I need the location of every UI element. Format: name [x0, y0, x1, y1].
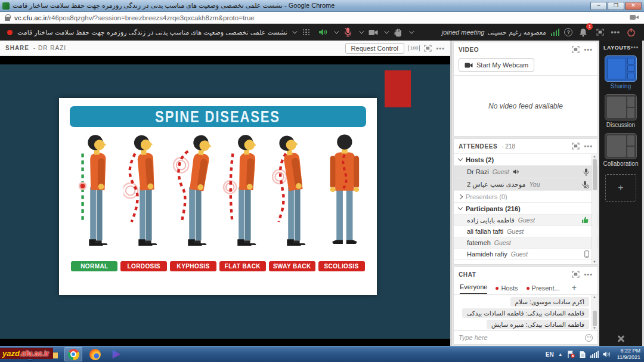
- webcam-chevron-icon[interactable]: [384, 29, 389, 33]
- video-pod-title: VIDEO: [459, 47, 479, 53]
- media-player-taskbar-icon[interactable]: [107, 347, 125, 361]
- figure-lordosis: [123, 132, 164, 255]
- bell-badge: 1: [586, 23, 593, 30]
- microphone-muted-icon[interactable]: [342, 26, 354, 38]
- document-tray-icon[interactable]: [579, 351, 586, 358]
- speaker-chevron-icon[interactable]: [334, 29, 339, 33]
- attendee-row-dr-razi[interactable]: Dr Razi Guest: [454, 166, 597, 178]
- chevron-down-icon[interactable]: [292, 29, 297, 33]
- figure-normal: [74, 132, 114, 255]
- attendees-pod-menu-icon[interactable]: •••: [584, 143, 593, 150]
- url-path: /r46pos8qzghv/?session=breezbreezs4zrqe3…: [47, 14, 630, 21]
- hosts-collapse-icon[interactable]: [458, 156, 463, 161]
- start-webcam-button[interactable]: Start My Webcam: [459, 58, 534, 72]
- figure-scoliosis: [321, 132, 362, 255]
- attendees-scrollbar[interactable]: ▲▼: [592, 154, 597, 264]
- chat-pod-title: CHAT: [459, 271, 476, 278]
- share-fullscreen-icon[interactable]: [424, 45, 432, 52]
- add-chat-tab-button[interactable]: +: [572, 283, 577, 294]
- share-pod: SHARE - DR RAZI Request Control 100 ••• …: [0, 41, 452, 346]
- camera-permission-icon[interactable]: [630, 14, 639, 21]
- label-kyphosis: KYPHOSIS: [170, 261, 216, 271]
- fullscreen-icon[interactable]: [594, 26, 606, 38]
- raise-hand-icon[interactable]: [392, 26, 404, 38]
- attendee-row-you[interactable]: موحدی نسب عباس 2 You: [454, 178, 597, 191]
- leave-meeting-icon[interactable]: [625, 26, 637, 38]
- webcam-icon[interactable]: [367, 26, 379, 38]
- clock[interactable]: 8:22 PM11/9/2021: [615, 348, 640, 361]
- speaker-icon[interactable]: [317, 26, 329, 38]
- participant-row-1[interactable]: فاطمه بابایی زاده Guest: [454, 215, 597, 226]
- attendees-pod-title: ATTENDEES: [459, 143, 497, 150]
- hosts-group-row[interactable]: Hosts (2): [454, 154, 597, 166]
- mic-muted-icon[interactable]: [582, 181, 589, 188]
- layout-sharing-thumbnail[interactable]: [605, 56, 636, 81]
- share-pod-menu-icon[interactable]: •••: [436, 45, 445, 52]
- tab-hosts[interactable]: Hosts: [496, 284, 518, 294]
- layout-discussion-thumbnail[interactable]: [605, 95, 636, 120]
- help-icon[interactable]: ?: [564, 28, 572, 36]
- chat-message: فاطمه السادات بیدکی: فاطمه السادات بیدکی: [462, 308, 589, 318]
- connection-signal-icon[interactable]: [551, 29, 560, 36]
- minimize-button[interactable]: –: [590, 2, 607, 10]
- video-pod: VIDEO ••• Start My Webcam No video feed …: [453, 42, 598, 137]
- system-tray: EN ▲ 8:22 PM11/9/2021: [546, 348, 644, 361]
- manage-layouts-tools-icon[interactable]: [616, 334, 626, 344]
- layouts-menu-icon[interactable]: •••: [631, 44, 639, 51]
- more-options-icon[interactable]: •••: [611, 28, 620, 36]
- layout-sharing-label[interactable]: Sharing: [611, 83, 631, 89]
- restore-button[interactable]: ❐: [608, 2, 624, 10]
- secure-lock-icon[interactable]: [5, 14, 10, 21]
- language-indicator[interactable]: EN: [546, 351, 554, 358]
- address-bar[interactable]: vc.cfu.ac.ir /r46pos8qzghv/?session=bree…: [0, 12, 644, 24]
- raise-hand-chevron-icon[interactable]: [409, 29, 414, 33]
- tab-everyone[interactable]: Everyone: [460, 283, 487, 294]
- windows-taskbar: yazd.cfu.ac.ir EN ▲ 8:22 PM11/9/2021: [0, 346, 644, 362]
- microphone-chevron-icon[interactable]: [359, 29, 364, 33]
- layout-collaboration-label[interactable]: Collaboration: [603, 160, 639, 167]
- firefox-taskbar-icon[interactable]: [86, 347, 104, 361]
- zoom-level-indicator[interactable]: 100: [408, 45, 420, 51]
- thumbs-up-icon: [581, 216, 589, 224]
- presenters-group-row[interactable]: Presenters (0): [454, 191, 597, 203]
- tab-presenters[interactable]: Present...: [527, 284, 560, 294]
- adobe-connect-favicon: [2, 2, 10, 10]
- action-center-flag-icon[interactable]: [567, 350, 575, 358]
- layout-discussion-label[interactable]: Discussion: [606, 122, 635, 128]
- url-domain: vc.cfu.ac.ir: [14, 14, 47, 21]
- emoticon-icon[interactable]: [585, 334, 593, 342]
- volume-icon[interactable]: [603, 351, 611, 358]
- label-flatback: FLAT BACK: [219, 261, 266, 271]
- notifications-bell-icon[interactable]: 1: [577, 26, 589, 38]
- show-hidden-icons[interactable]: ▲: [558, 352, 563, 357]
- poster-title: SPINE DISEASES: [156, 107, 281, 126]
- chrome-taskbar-icon[interactable]: [64, 347, 82, 361]
- pods-menu-icon[interactable]: [301, 26, 312, 38]
- video-fullscreen-icon[interactable]: [572, 46, 580, 53]
- participant-row-2[interactable]: ali fallah tafti Guest: [454, 226, 597, 237]
- layout-collaboration-thumbnail[interactable]: [605, 134, 636, 159]
- attendees-fullscreen-icon[interactable]: [572, 143, 580, 150]
- network-icon[interactable]: [590, 351, 599, 358]
- add-layout-button[interactable]: +: [605, 174, 636, 202]
- layouts-title: LAYOUTS: [603, 45, 631, 51]
- presenters-expand-icon[interactable]: [458, 194, 463, 199]
- chat-input[interactable]: Type here: [454, 330, 597, 344]
- layouts-panel: LAYOUTS ••• Sharing Discussion Collabora…: [599, 41, 642, 346]
- slide-red-rectangle: [385, 70, 411, 107]
- participant-row-4[interactable]: Hamideh rafiy Guest: [454, 249, 597, 260]
- right-panel: VIDEO ••• Start My Webcam No video feed …: [452, 41, 599, 346]
- chat-fullscreen-icon[interactable]: [572, 271, 580, 278]
- chat-scrollbar[interactable]: ▲▼: [592, 295, 597, 330]
- shared-screen-stage: SPINE DISEASES: [0, 56, 450, 346]
- chat-pod-menu-icon[interactable]: •••: [584, 271, 593, 278]
- figure-kyphosis: [173, 132, 213, 255]
- participants-group-row[interactable]: Participants (216): [454, 203, 597, 215]
- close-button[interactable]: ✕: [625, 2, 642, 10]
- video-pod-menu-icon[interactable]: •••: [584, 46, 593, 53]
- participant-row-3[interactable]: fatemeh Guest: [454, 237, 597, 249]
- attendees-pod: ATTENDEES - 218 ••• Hosts (2) Dr Razi Gu…: [453, 138, 598, 265]
- participants-collapse-icon[interactable]: [458, 205, 463, 210]
- request-control-button[interactable]: Request Control: [345, 43, 405, 54]
- mic-on-icon[interactable]: [583, 168, 589, 176]
